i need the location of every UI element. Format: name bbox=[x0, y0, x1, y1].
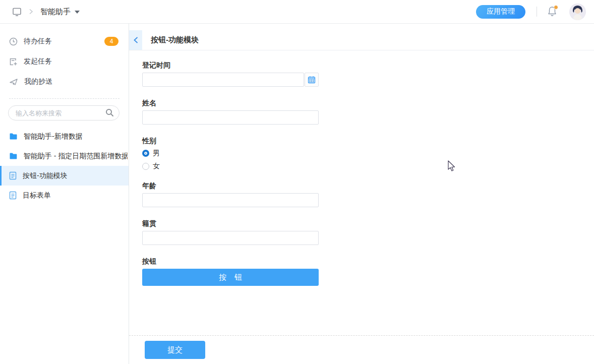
sidebar-search bbox=[8, 105, 120, 120]
form-area: 登记时间 bbox=[129, 50, 594, 336]
field-label: 年龄 bbox=[142, 180, 319, 191]
calendar-icon bbox=[308, 76, 316, 84]
tree-item-label: 按钮-功能模块 bbox=[23, 171, 68, 180]
field-label: 姓名 bbox=[142, 98, 319, 108]
page-title: 按钮-功能模块 bbox=[151, 35, 199, 45]
app-window: 智能助手 应用管理 bbox=[0, 0, 594, 364]
form-icon bbox=[9, 171, 17, 180]
sidebar-item-start-task[interactable]: 发起任务 bbox=[0, 51, 129, 72]
form-action-button[interactable]: 按 钮 bbox=[142, 269, 319, 286]
avatar-image bbox=[569, 4, 586, 20]
radio-label[interactable]: 男 bbox=[153, 149, 160, 158]
tree-item-new-data[interactable]: 智能助手-新增数据 bbox=[0, 127, 129, 146]
radio-option-male[interactable]: 男 bbox=[142, 147, 319, 159]
radio-selected-icon[interactable] bbox=[142, 150, 149, 157]
tree-item-label: 智能助手 - 指定日期范围新增数据 bbox=[24, 152, 128, 161]
sidebar-item-label: 发起任务 bbox=[24, 57, 118, 66]
sidebar-item-label: 待办任务 bbox=[24, 37, 98, 46]
doc-plus-icon bbox=[9, 57, 18, 66]
field-label: 登记时间 bbox=[142, 60, 319, 70]
topbar-divider bbox=[537, 7, 537, 17]
app-switcher-dropdown[interactable]: 智能助手 bbox=[40, 7, 80, 17]
submit-button[interactable]: 提交 bbox=[145, 341, 205, 359]
sidebar-divider bbox=[9, 98, 120, 99]
radio-option-female[interactable]: 女 bbox=[142, 160, 319, 172]
field-label: 按钮 bbox=[142, 256, 319, 266]
name-input[interactable] bbox=[142, 110, 319, 125]
origin-input[interactable] bbox=[142, 231, 319, 245]
field-register-time: 登记时间 bbox=[142, 60, 319, 87]
monitor-icon bbox=[12, 7, 22, 17]
sidebar-tree: 智能助手-新增数据 智能助手 - 指定日期范围新增数据 按钮-功能模块 bbox=[0, 127, 129, 205]
field-gender: 性别 男 女 bbox=[142, 136, 319, 172]
sidebar-item-todo-tasks[interactable]: 待办任务 4 bbox=[0, 31, 129, 51]
tree-item-target-form[interactable]: 目标表单 bbox=[0, 186, 129, 205]
sidebar-item-label: 我的抄送 bbox=[24, 77, 118, 86]
main-header: 按钮-功能模块 bbox=[129, 24, 594, 50]
breadcrumb-chevron-icon bbox=[29, 9, 33, 15]
todo-count-badge: 4 bbox=[104, 37, 118, 46]
breadcrumb-app-name: 智能助手 bbox=[40, 7, 71, 17]
user-avatar[interactable] bbox=[569, 4, 586, 20]
notifications-button[interactable] bbox=[547, 6, 558, 18]
folder-icon bbox=[9, 152, 18, 160]
workspace-icon[interactable] bbox=[12, 7, 22, 17]
form-icon bbox=[9, 191, 17, 200]
tree-item-date-range-data[interactable]: 智能助手 - 指定日期范围新增数据 bbox=[0, 146, 129, 166]
field-name: 姓名 bbox=[142, 98, 319, 125]
tree-item-label: 目标表单 bbox=[23, 191, 51, 200]
chevron-left-icon bbox=[133, 36, 139, 44]
form-footer: 提交 bbox=[129, 336, 594, 364]
register-time-input[interactable] bbox=[142, 73, 304, 87]
field-age: 年龄 bbox=[142, 180, 319, 207]
app-manage-button[interactable]: 应用管理 bbox=[476, 5, 525, 19]
notification-dot bbox=[554, 5, 558, 10]
tree-item-button-module[interactable]: 按钮-功能模块 bbox=[0, 166, 129, 186]
date-picker-button[interactable] bbox=[305, 73, 319, 87]
age-input[interactable] bbox=[142, 193, 319, 207]
tree-item-label: 智能助手-新增数据 bbox=[24, 132, 83, 141]
back-button[interactable] bbox=[129, 30, 142, 50]
field-button: 按钮 按 钮 bbox=[142, 256, 319, 286]
search-input[interactable] bbox=[8, 105, 120, 120]
sidebar-item-my-cc[interactable]: 我的抄送 bbox=[0, 72, 129, 92]
sidebar: 待办任务 4 发起任务 我的抄送 bbox=[0, 24, 129, 364]
caret-down-icon bbox=[75, 11, 80, 14]
field-label: 性别 bbox=[142, 136, 319, 146]
folder-icon bbox=[9, 133, 18, 140]
topbar: 智能助手 应用管理 bbox=[0, 0, 594, 24]
main-panel: 按钮-功能模块 登记时间 bbox=[129, 24, 594, 364]
search-icon[interactable] bbox=[105, 108, 114, 117]
radio-unselected-icon[interactable] bbox=[142, 163, 149, 170]
clock-icon bbox=[9, 37, 18, 46]
radio-label[interactable]: 女 bbox=[153, 162, 160, 171]
field-label: 籍贯 bbox=[142, 218, 319, 228]
paper-plane-icon bbox=[9, 78, 18, 86]
field-origin: 籍贯 bbox=[142, 218, 319, 245]
